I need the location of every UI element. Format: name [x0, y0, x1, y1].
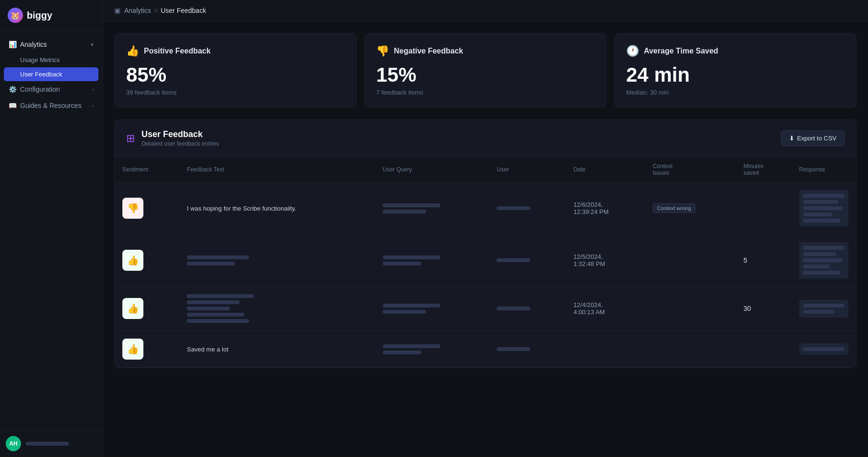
- logo-icon: 🐹: [8, 8, 23, 23]
- export-csv-button[interactable]: ⬇ Export to CSV: [781, 130, 845, 146]
- topbar: ▣ Analytics > User Feedback: [103, 0, 868, 21]
- sidebar-item-analytics-label: Analytics: [20, 41, 47, 48]
- stat-card-positive: 👍 Positive Feedback 85% 39 feedback item…: [114, 33, 357, 108]
- sidebar-item-guides[interactable]: 📖 Guides & Resources ›: [4, 98, 98, 113]
- table-row: 👍 Saved me a lot: [115, 331, 856, 368]
- sidebar-item-analytics[interactable]: 📊 Analytics ▾: [4, 37, 98, 52]
- user-feedback-label: User Feedback: [20, 71, 62, 78]
- sentiment-badge-negative: 👎: [122, 198, 143, 219]
- positive-feedback-sub: 39 feedback items: [126, 89, 345, 96]
- negative-feedback-icon: 👎: [376, 45, 389, 57]
- positive-feedback-icon: 👍: [126, 45, 139, 57]
- table-row: 👍: [115, 287, 856, 331]
- chevron-down-icon: ▾: [91, 42, 94, 48]
- user-blurred: [497, 347, 530, 351]
- chevron-right-icon: ›: [92, 86, 94, 92]
- sidebar-nav: 📊 Analytics ▾ Usage Metrics User Feedbac…: [0, 31, 102, 430]
- feedback-header: ⊞ User Feedback Detailed user feedback e…: [115, 120, 856, 157]
- sidebar-item-guides-label: Guides & Resources: [20, 102, 81, 109]
- feedback-text-blurred: [187, 255, 368, 266]
- logo-text: biggy: [27, 10, 52, 21]
- minutes-saved-cell: 30: [744, 305, 751, 312]
- response-blurred: [799, 343, 848, 355]
- sentiment-badge-positive: 👍: [122, 250, 143, 271]
- col-minutes-saved: Minutessaved: [736, 157, 792, 182]
- stats-grid: 👍 Positive Feedback 85% 39 feedback item…: [114, 33, 857, 108]
- positive-feedback-label: Positive Feedback: [144, 47, 211, 55]
- col-user: User: [489, 157, 565, 182]
- analytics-icon: 📊: [9, 41, 16, 48]
- stat-card-time: 🕐 Average Time Saved 24 min Median: 30 m…: [614, 33, 857, 108]
- minutes-saved-cell: 5: [744, 256, 748, 264]
- download-icon: ⬇: [789, 135, 794, 142]
- time-saved-value: 24 min: [626, 65, 845, 85]
- user-query-blurred: [383, 344, 482, 354]
- feedback-subtitle: Detailed user feedback entries: [141, 140, 219, 147]
- sidebar: 🐹 biggy 📊 Analytics ▾ Usage Metrics User…: [0, 0, 103, 457]
- time-saved-icon: 🕐: [626, 45, 639, 57]
- usage-metrics-label: Usage Metrics: [20, 56, 60, 64]
- export-csv-label: Export to CSV: [797, 135, 836, 142]
- table-row: 👍: [115, 234, 856, 287]
- sidebar-item-user-feedback[interactable]: User Feedback: [4, 67, 98, 81]
- user-name: [26, 440, 69, 447]
- feedback-text: Saved me a lot: [187, 346, 228, 353]
- breadcrumb: Analytics > User Feedback: [124, 7, 206, 14]
- col-response: Response: [792, 157, 856, 182]
- time-saved-label: Average Time Saved: [644, 47, 718, 55]
- date-cell: 12/6/2024,12:39:24 PM: [574, 201, 609, 215]
- feedback-section-icon: ⊞: [126, 132, 135, 145]
- user-blurred: [497, 307, 530, 310]
- user-query-blurred: [383, 304, 482, 314]
- sidebar-item-configuration-label: Configuration: [20, 85, 60, 93]
- breadcrumb-parent[interactable]: Analytics: [124, 7, 151, 14]
- breadcrumb-separator: >: [154, 7, 158, 14]
- negative-feedback-label: Negative Feedback: [394, 47, 463, 55]
- feedback-section: ⊞ User Feedback Detailed user feedback e…: [114, 119, 857, 368]
- chevron-right-icon-2: ›: [92, 103, 94, 108]
- guides-icon: 📖: [9, 102, 16, 109]
- negative-feedback-sub: 7 feedback items: [376, 89, 595, 96]
- col-date: Date: [566, 157, 645, 182]
- feedback-title: User Feedback: [141, 129, 219, 139]
- col-sentiment: Sentiment: [115, 157, 179, 182]
- sentiment-badge-positive: 👍: [122, 339, 143, 360]
- response-blurred: [799, 300, 848, 318]
- user-blurred: [497, 206, 530, 210]
- avatar[interactable]: AH: [6, 436, 21, 451]
- col-user-query: User Query: [375, 157, 489, 182]
- date-cell: 12/5/2024,1:32:48 PM: [574, 253, 606, 267]
- col-context-issues: ContextIssues: [645, 157, 736, 182]
- user-query-blurred: [383, 255, 482, 266]
- time-saved-sub: Median: 30 min: [626, 89, 845, 96]
- feedback-table: Sentiment Feedback Text User Query User …: [115, 157, 856, 368]
- feedback-title-area: ⊞ User Feedback Detailed user feedback e…: [126, 129, 219, 147]
- response-blurred: [799, 190, 848, 226]
- response-blurred: [799, 242, 848, 278]
- user-info: [26, 440, 69, 447]
- table-row: 👎 I was hoping for the Scribe functional…: [115, 182, 856, 234]
- feedback-text: I was hoping for the Scribe functionalit…: [187, 205, 296, 212]
- sentiment-badge-positive: 👍: [122, 298, 143, 319]
- col-feedback-text: Feedback Text: [179, 157, 375, 182]
- logo-area[interactable]: 🐹 biggy: [0, 0, 102, 31]
- user-query-blurred: [383, 203, 482, 213]
- sidebar-item-configuration[interactable]: ⚙️ Configuration ›: [4, 82, 98, 97]
- stat-card-negative: 👎 Negative Feedback 15% 7 feedback items: [364, 33, 607, 108]
- sidebar-item-usage-metrics[interactable]: Usage Metrics: [4, 53, 98, 67]
- positive-feedback-value: 85%: [126, 65, 345, 85]
- date-cell: 12/4/2024,4:00:13 AM: [574, 301, 605, 316]
- negative-feedback-value: 15%: [376, 65, 595, 85]
- context-issues-badge: Context wrong: [653, 203, 695, 213]
- main-content: ▣ Analytics > User Feedback 👍 Positive F…: [103, 0, 868, 457]
- breadcrumb-current: User Feedback: [161, 7, 206, 14]
- feedback-text-blurred: [187, 294, 368, 323]
- user-blurred: [497, 258, 530, 262]
- configuration-icon: ⚙️: [9, 85, 16, 93]
- sidebar-toggle-icon[interactable]: ▣: [114, 7, 120, 14]
- content-area: 👍 Positive Feedback 85% 39 feedback item…: [103, 21, 868, 457]
- sidebar-footer: AH: [0, 430, 102, 457]
